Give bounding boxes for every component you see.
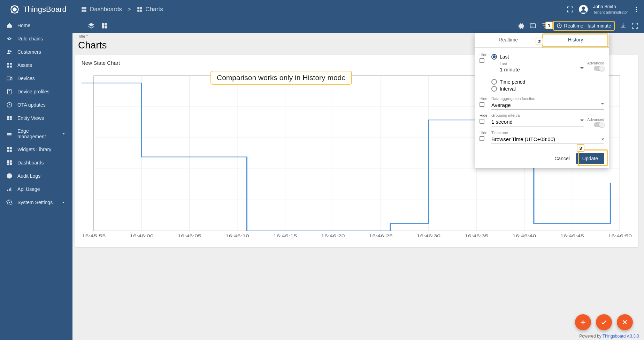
- svg-point-21: [10, 51, 12, 52]
- fab-cancel[interactable]: [617, 314, 633, 330]
- avatar-icon[interactable]: [578, 5, 588, 14]
- svg-rect-34: [7, 133, 12, 134]
- fullscreen-icon[interactable]: [567, 6, 574, 13]
- clear-icon[interactable]: ×: [601, 136, 604, 142]
- entity-alias-icon[interactable]: [529, 22, 536, 29]
- sidebar-item-dashboards[interactable]: Dashboards: [0, 156, 72, 169]
- svg-point-48: [9, 202, 10, 203]
- sidebar-item-ota-updates[interactable]: OTA updates: [0, 98, 72, 111]
- group-select[interactable]: 1 second: [491, 117, 584, 126]
- last-sub-label: Last: [500, 62, 584, 66]
- clock-icon: [557, 23, 562, 29]
- svg-point-20: [8, 50, 10, 52]
- fab-add[interactable]: [575, 314, 591, 330]
- svg-point-14: [636, 11, 637, 12]
- more-vert-icon[interactable]: [633, 6, 640, 13]
- sidebar-item-rule-chains[interactable]: Rule chains: [0, 32, 72, 45]
- footer-link[interactable]: Thingsboard v.3.3.0: [603, 334, 639, 339]
- svg-rect-23: [10, 63, 12, 64]
- svg-rect-22: [7, 63, 9, 64]
- gear-icon: [6, 199, 13, 206]
- svg-point-12: [636, 7, 637, 8]
- layout-icon[interactable]: [101, 22, 108, 29]
- dashboard-toolbar: 1 Realtime - last minute: [72, 19, 644, 33]
- hide-tz-checkbox[interactable]: [480, 136, 484, 141]
- check-icon: [600, 318, 608, 326]
- audit-icon: [6, 173, 13, 179]
- svg-rect-5: [84, 10, 86, 12]
- sidebar-item-widgets-library[interactable]: Widgets Library: [0, 143, 72, 156]
- api-usage-icon: [6, 186, 13, 192]
- svg-rect-15: [102, 23, 104, 29]
- hide-agg-checkbox[interactable]: [480, 102, 484, 107]
- svg-text:16:46:45: 16:46:45: [560, 234, 584, 238]
- sidebar-item-system-settings[interactable]: System Settings: [0, 196, 72, 209]
- gear-icon[interactable]: [518, 22, 524, 29]
- expand-icon[interactable]: [631, 22, 638, 29]
- radio-time-period[interactable]: Time period: [491, 79, 604, 85]
- chevron-down-icon: [61, 131, 66, 137]
- svg-text:16:46:50: 16:46:50: [608, 234, 632, 238]
- svg-rect-42: [7, 163, 9, 165]
- popover-body: Hide Last Last 1 minute Advanced Time pe…: [475, 48, 609, 149]
- rule-chains-icon: [6, 36, 13, 42]
- sidebar-item-home[interactable]: Home: [0, 19, 72, 32]
- cancel-button[interactable]: Cancel: [554, 156, 570, 161]
- entity-views-icon: [6, 115, 13, 121]
- sidebar-item-customers[interactable]: Customers: [0, 45, 72, 59]
- group-label: Grouping interval: [491, 113, 604, 117]
- svg-text:16:46:25: 16:46:25: [369, 234, 392, 238]
- time-window-button[interactable]: 1 Realtime - last minute: [553, 21, 615, 31]
- svg-rect-24: [7, 66, 9, 68]
- ota-icon: [6, 102, 13, 108]
- sidebar-item-entity-views[interactable]: Entity Views: [0, 111, 72, 125]
- svg-point-1: [13, 8, 16, 11]
- radio-icon: [491, 54, 497, 60]
- update-button[interactable]: Update: [576, 153, 604, 164]
- hide-label: Hide: [480, 96, 488, 101]
- radio-last[interactable]: Last: [491, 54, 604, 60]
- last-value-select[interactable]: 1 minute: [500, 66, 584, 74]
- hide-last-checkbox[interactable]: [480, 58, 484, 63]
- hide-label: Hide: [480, 53, 488, 57]
- advanced-label: Advanced: [587, 117, 604, 122]
- sidebar-item-assets[interactable]: Assets: [0, 59, 72, 72]
- svg-rect-47: [10, 188, 11, 192]
- sidebar-item-edge-management[interactable]: Edge management: [0, 125, 72, 143]
- widgets-icon: [6, 146, 13, 153]
- svg-rect-35: [7, 134, 12, 136]
- popover-actions: Cancel Update 3: [475, 149, 609, 168]
- svg-rect-32: [7, 118, 9, 120]
- svg-rect-7: [140, 7, 142, 9]
- tab-history[interactable]: History: [542, 33, 609, 47]
- breadcrumb-dashboards[interactable]: Dashboards: [81, 6, 122, 13]
- advanced-toggle-group[interactable]: [594, 122, 604, 127]
- logo-area: ThingsBoard: [0, 5, 72, 14]
- advanced-toggle-last[interactable]: [594, 66, 604, 71]
- agg-select[interactable]: Average: [491, 101, 604, 110]
- advanced-label: Advanced: [587, 61, 604, 65]
- svg-text:16:46:05: 16:46:05: [177, 234, 201, 238]
- user-role: Tenant administrator: [593, 10, 628, 15]
- dropdown-icon: [580, 119, 584, 121]
- tab-realtime[interactable]: Realtime: [475, 33, 542, 47]
- svg-rect-8: [137, 10, 139, 12]
- svg-rect-17: [105, 26, 107, 29]
- svg-rect-3: [84, 7, 86, 9]
- sidebar-item-devices[interactable]: Devices: [0, 72, 72, 85]
- devices-icon: [6, 75, 13, 82]
- hide-group-checkbox[interactable]: [480, 119, 484, 124]
- radio-interval[interactable]: Interval: [491, 86, 604, 92]
- sidebar-item-device-profiles[interactable]: Device profiles: [0, 85, 72, 98]
- brand-name: ThingsBoard: [23, 5, 67, 14]
- layers-icon[interactable]: [88, 22, 95, 29]
- fab-apply[interactable]: [596, 314, 612, 330]
- sidebar-item-audit-logs[interactable]: Audit Logs: [0, 169, 72, 183]
- tz-select[interactable]: Browser Time (UTC+03:00)×: [491, 135, 604, 144]
- export-icon[interactable]: [620, 22, 627, 29]
- time-window-popover: Realtime History 2 Hide Last Last 1 minu…: [475, 33, 609, 168]
- svg-rect-33: [10, 118, 12, 120]
- sidebar-item-api-usage[interactable]: Api Usage: [0, 183, 72, 196]
- svg-text:16:46:40: 16:46:40: [512, 234, 536, 238]
- svg-rect-4: [82, 10, 84, 12]
